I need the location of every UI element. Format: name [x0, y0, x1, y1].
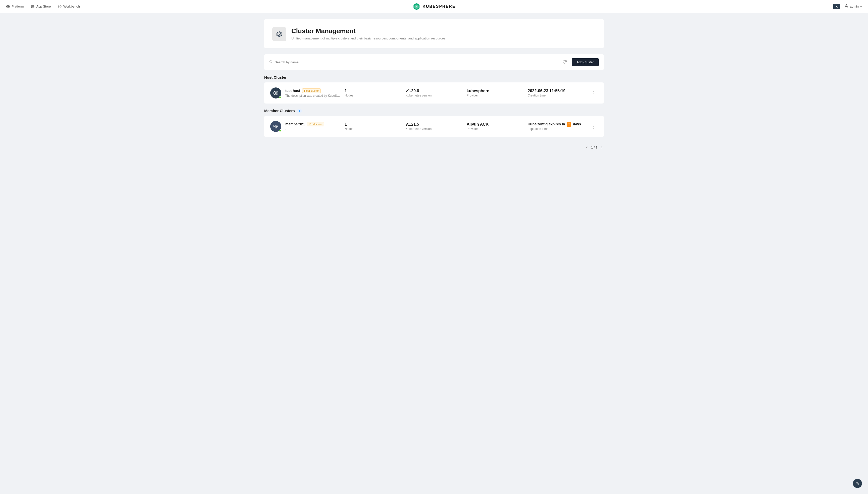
chevron-down-icon: ▾ — [860, 4, 862, 8]
cluster-more-button[interactable]: ⋮ — [589, 122, 598, 130]
cluster-nodes: 1 Nodes — [344, 122, 401, 131]
add-cluster-button[interactable]: Add Cluster — [572, 58, 599, 66]
page-title: Cluster Management — [291, 27, 446, 35]
svg-point-18 — [275, 92, 277, 94]
appstore-label: App Store — [36, 4, 51, 8]
search-icon — [269, 60, 273, 64]
expiration-value: KubeConfig expires in 2 days — [528, 122, 585, 127]
pagination-info: 1 / 1 — [591, 146, 597, 149]
cluster-k8s-version: v1.20.6 Kubernetes version — [406, 89, 462, 97]
svg-point-14 — [279, 34, 280, 35]
expiration-days-badge: 2 — [567, 122, 571, 127]
cluster-creation-time: 2022-06-23 11:55:19 Creation time — [528, 89, 585, 97]
member-clusters-section-title: Member Clusters 1 — [264, 109, 604, 113]
svg-point-0 — [7, 6, 8, 7]
refresh-button[interactable] — [560, 59, 569, 66]
cluster-provider: kubesphere Provider — [467, 89, 524, 97]
terminal-icon[interactable] — [833, 4, 841, 9]
prev-page-button[interactable]: ‹ — [585, 144, 589, 151]
production-tag: Production — [307, 122, 324, 127]
status-dot — [279, 130, 281, 132]
svg-point-10 — [846, 4, 847, 6]
admin-label: admin — [850, 4, 859, 8]
gear-icon — [6, 4, 10, 8]
cluster-name: member321 — [285, 122, 305, 126]
cluster-name: test-host — [285, 89, 300, 93]
member-count-badge: 1 — [297, 109, 302, 113]
cluster-description: - — [285, 127, 340, 131]
cluster-management-icon — [272, 27, 286, 41]
cluster-more-button[interactable]: ⋮ — [589, 89, 598, 97]
appstore-icon — [31, 4, 35, 8]
page-description: Unified management of multiple clusters … — [291, 36, 446, 40]
navbar: Platform App Store Workbench — [0, 0, 868, 13]
nav-platform[interactable]: Platform — [6, 4, 24, 8]
search-row: Add Cluster — [264, 54, 604, 70]
logo: K KUBESPHERE — [412, 2, 455, 11]
page-header-card: Cluster Management Unified management of… — [264, 19, 604, 48]
cluster-description: The description was created by KubeSpher… — [285, 94, 340, 97]
svg-line-16 — [272, 62, 273, 63]
pagination: ‹ 1 / 1 › — [264, 142, 604, 153]
table-row: member321 Production - 1 Nodes v1.21.5 K… — [264, 116, 604, 137]
cluster-provider: Aliyun ACK Provider — [467, 122, 524, 131]
cluster-info: member321 Production - — [285, 122, 340, 131]
kubesphere-logo-icon: K — [412, 2, 420, 11]
next-page-button[interactable]: › — [599, 144, 604, 151]
workbench-label: Workbench — [63, 4, 80, 8]
svg-text:K: K — [416, 5, 417, 8]
cluster-icon-member321 — [270, 121, 281, 132]
nav-left: Platform App Store Workbench — [6, 4, 80, 8]
cluster-expiration: KubeConfig expires in 2 days Expiration … — [528, 122, 585, 131]
search-input[interactable] — [275, 60, 350, 64]
floating-help-button[interactable]: ✎ — [853, 479, 862, 488]
host-cluster-section-title: Host Cluster — [264, 75, 604, 79]
nav-workbench[interactable]: Workbench — [58, 4, 80, 8]
main-content: Cluster Management Unified management of… — [258, 13, 610, 158]
workbench-icon — [58, 4, 62, 8]
status-dot — [279, 96, 281, 98]
table-row: test-host Host cluster The description w… — [264, 82, 604, 103]
admin-icon — [844, 4, 848, 9]
page-header-text: Cluster Management Unified management of… — [291, 27, 446, 40]
host-cluster-card: test-host Host cluster The description w… — [264, 82, 604, 103]
host-tag: Host cluster — [302, 89, 321, 93]
search-wrapper — [269, 60, 560, 64]
member-cluster-card: member321 Production - 1 Nodes v1.21.5 K… — [264, 116, 604, 137]
cluster-k8s-version: v1.21.5 Kubernetes version — [406, 122, 462, 131]
cluster-icon-test-host — [270, 88, 281, 98]
admin-menu[interactable]: admin ▾ — [844, 4, 862, 9]
svg-rect-21 — [274, 125, 275, 127]
cluster-info: test-host Host cluster The description w… — [285, 89, 340, 97]
logo-text: KUBESPHERE — [422, 4, 455, 9]
svg-point-15 — [270, 60, 272, 63]
platform-label: Platform — [12, 4, 24, 8]
nav-right: admin ▾ — [833, 4, 862, 9]
cluster-nodes: 1 Nodes — [344, 89, 401, 97]
nav-appstore[interactable]: App Store — [31, 4, 51, 8]
svg-rect-22 — [276, 125, 278, 127]
